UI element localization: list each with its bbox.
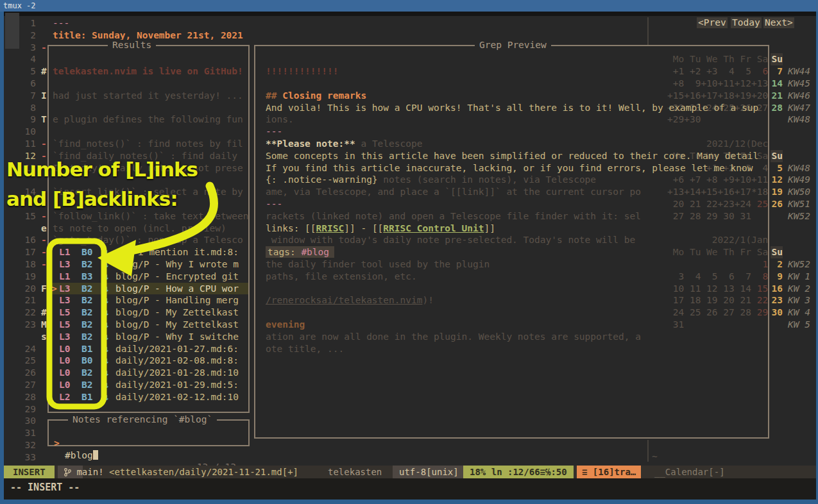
preview-line: paths, file extension, etc. <box>266 271 417 283</box>
preview-line: /renerocksai/telekasten.nvim)! <box>266 294 434 307</box>
backlinks-count: B2 <box>81 294 92 307</box>
preview-line: tags: #blog <box>266 246 334 258</box>
text-segment: paths, file extension, etc. <box>266 271 417 281</box>
backlinks-count: B1 <box>81 391 92 403</box>
calendar-sunday[interactable]: 7 <box>771 65 783 78</box>
calendar-sunday[interactable]: 19 <box>771 186 783 198</box>
text-segment: rackets (linked note) and open a Telesco… <box>266 211 641 221</box>
text-segment: --- <box>266 126 282 137</box>
calendar-sunday[interactable]: Su <box>771 246 783 258</box>
text-segment: links: [[ <box>266 223 316 233</box>
text-segment: a Telescope <box>355 139 423 149</box>
down-arrow-icon: ↓ <box>104 294 110 307</box>
down-arrow-icon: ↓ <box>104 283 110 295</box>
text-segment: --- <box>53 18 69 28</box>
preview-line: ote title, ... <box>266 343 344 355</box>
calendar-sunday[interactable]: Su <box>771 150 783 162</box>
calendar-sunday[interactable]: 30 <box>771 307 783 319</box>
calendar-sunday[interactable]: 23 <box>771 294 783 307</box>
calendar-week-number: KW48 <box>788 162 810 174</box>
result-text: blog/D - My Zettelkast <box>115 307 239 319</box>
down-arrow-icon: ↓ <box>104 379 110 391</box>
calendar-sunday[interactable]: 14 <box>771 78 783 90</box>
buffer-text: --- <box>53 17 69 29</box>
calendar-sunday[interactable]: 9 <box>771 271 783 283</box>
annotation-text-line2: and [B]acklinks: <box>6 187 178 210</box>
preview-line: If you find this article inaccurate, lac… <box>266 162 753 174</box>
calendar-sunday[interactable]: 5 <box>771 162 783 174</box>
text-segment: #blog <box>301 246 334 258</box>
text-segment: And voila! This is how a CPU works! That… <box>266 103 758 113</box>
links-count: L2 <box>59 391 70 403</box>
result-row[interactable]: L3B2↓blog/P - Handling merg <box>49 294 248 307</box>
preview-line: ame, via Telescope, and place a `[[link]… <box>266 186 641 198</box>
calendar-sunday[interactable]: 12 <box>771 174 783 186</box>
down-arrow-icon: ↓ <box>104 258 110 271</box>
result-text: i mention it.md:8: <box>115 246 239 258</box>
result-row[interactable]: L1B3↓blog/P - Encrypted git <box>49 271 248 283</box>
result-row[interactable]: L0B2↓daily/2021-01-29.md:5: <box>49 379 248 391</box>
links-count: L0 <box>59 367 70 379</box>
calendar-window-label: __Calendar[-] <box>654 466 725 478</box>
calendar-sunday[interactable]: 26 <box>771 198 783 210</box>
filename-segment: <ettelkasten/daily/2021-11-21.md[+] <box>109 466 298 478</box>
result-row[interactable]: >L3B2↓blog/P - How a CPU wor <box>49 283 248 295</box>
down-arrow-icon: ↓ <box>104 391 110 403</box>
result-row[interactable]: L3B2↓blog/P - Why I switche <box>49 331 248 343</box>
calendar-next-button[interactable]: Next> <box>763 17 794 28</box>
links-count: L5 <box>59 319 70 331</box>
text-segment: notes (search in notes), via Telescope <box>378 174 596 185</box>
result-text: daily/2021-02-08.md:8: <box>115 355 239 367</box>
result-text: blog/P - Handling merg <box>115 294 239 307</box>
git-branch-segment: main! <box>58 466 83 478</box>
result-row[interactable]: L0B0↓daily/2021-02-08.md:8: <box>49 355 248 367</box>
calendar-today-button[interactable]: Today <box>731 17 762 28</box>
calendar-week-number: KW47 <box>788 102 810 114</box>
calendar-prev-button[interactable]: <Prev <box>697 17 728 28</box>
search-input[interactable]: #blog <box>65 449 98 462</box>
links-count: L0 <box>59 343 70 355</box>
calendar-sunday[interactable]: 28 <box>771 102 783 114</box>
backlinks-count: B2 <box>81 379 92 391</box>
result-text: blog/P - Why I wrote m <box>115 258 239 271</box>
result-row[interactable]: L2B1↓daily/2021-02-12.md:10 <box>49 391 248 403</box>
window-separator-lower[interactable] <box>647 440 649 462</box>
links-count: L3 <box>59 331 70 343</box>
result-text: blog/P - Encrypted git <box>115 271 239 283</box>
preview-line: **Please note:** a Telescope <box>266 138 422 150</box>
result-row[interactable]: L5B2↓blog/D - My Zettelkast <box>49 319 248 331</box>
prompt-caret: > <box>54 437 60 449</box>
result-row[interactable]: L5B2↓blog/D - My Zettelkast <box>49 307 248 319</box>
calendar-sunday[interactable]: Su <box>771 53 783 65</box>
result-row[interactable]: L1B0↓ i mention it.md:8: <box>49 246 248 258</box>
result-row[interactable]: L0B1↓daily/2021-01-27.md:6: <box>49 343 248 355</box>
text-segment: window with today's daily note pre-selec… <box>266 235 635 245</box>
preview-line: the daily finder tool used by the plugin <box>266 258 490 271</box>
down-arrow-icon: ↓ <box>104 307 110 319</box>
text-segment: If you find this article inaccurate, lac… <box>266 163 753 173</box>
backlinks-count: B2 <box>81 319 92 331</box>
text-segment: Closing remarks <box>282 90 366 101</box>
line-number: 1 <box>4 17 36 29</box>
text-segment: **Please note:** <box>266 139 355 149</box>
preview-line: ions. <box>266 113 294 126</box>
calendar-sunday[interactable]: 21 <box>771 90 783 102</box>
calendar-sunday[interactable]: 2 <box>771 258 783 271</box>
calendar-week-number: KW52 <box>788 258 810 271</box>
links-count: L1 <box>59 271 70 283</box>
gutter-char: e <box>41 223 47 235</box>
calendar-sunday[interactable]: 16 <box>771 283 783 295</box>
backlinks-count: B3 <box>81 271 92 283</box>
backlinks-count: B2 <box>81 258 92 271</box>
links-count: L3 <box>59 283 70 295</box>
backlinks-count: B0 <box>81 355 92 367</box>
result-row[interactable]: L3B2↓blog/P - Why I wrote m <box>49 258 248 271</box>
calendar-week-number: KW 1 <box>788 271 810 283</box>
preview-line: {: .notice--warning} notes (search in no… <box>266 174 596 186</box>
tabs-segment: ≡ [16]tra… <box>577 466 641 478</box>
text-segment: ions. <box>266 114 294 124</box>
down-arrow-icon: ↓ <box>104 343 110 355</box>
window-separator[interactable] <box>647 17 649 45</box>
message-area: -- INSERT -- <box>4 478 816 500</box>
result-row[interactable]: L0B2↓daily/2021-01-28.md:10 <box>49 367 248 379</box>
